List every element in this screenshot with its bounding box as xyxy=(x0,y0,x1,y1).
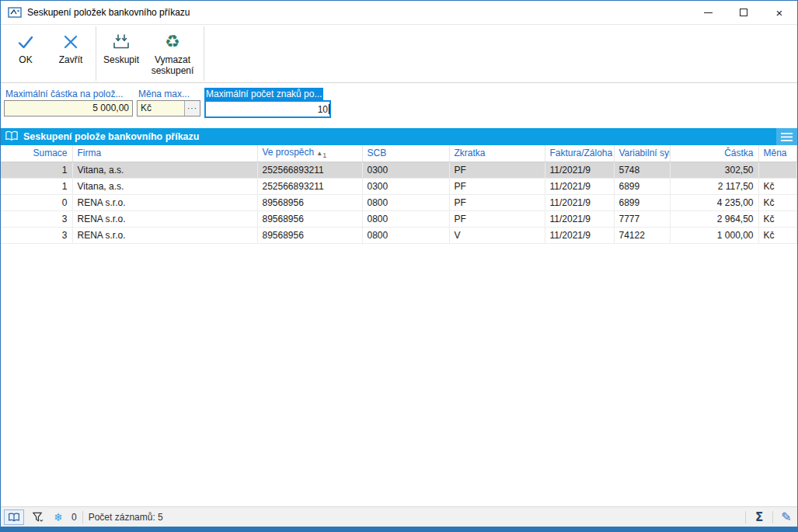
ok-button[interactable]: OK xyxy=(3,26,48,81)
toolbar: OK Zavřít Seskupit xyxy=(1,24,797,83)
column-header-4[interactable]: Zkratka xyxy=(449,145,545,162)
cell[interactable]: 302,50 xyxy=(670,162,758,178)
cell[interactable]: RENA s.r.o. xyxy=(72,210,257,227)
cell[interactable]: PF xyxy=(449,194,545,210)
column-header-1[interactable]: Firma xyxy=(72,145,257,162)
column-header-7[interactable]: Částka xyxy=(670,145,758,162)
column-header-2[interactable]: Ve prospěch▲1 xyxy=(257,145,362,162)
currency-field-group: Měna max... Kč ··· xyxy=(137,88,200,116)
close-button[interactable]: × xyxy=(761,1,797,24)
cell[interactable]: 2 964,50 xyxy=(670,210,758,227)
cell[interactable]: 4 235,00 xyxy=(670,194,758,210)
currency-input[interactable]: Kč xyxy=(138,101,184,116)
filter-button[interactable] xyxy=(30,509,45,525)
table-row[interactable]: 1Vitana, a.s.2525668932110300PF11/2021/9… xyxy=(1,162,797,178)
cell[interactable]: Kč xyxy=(758,178,797,194)
cell[interactable]: 2 117,50 xyxy=(670,178,758,194)
clear-grouping-button-label: Vymazat seskupení xyxy=(147,55,198,77)
ok-button-label: OK xyxy=(19,55,32,66)
column-header-0[interactable]: Sumace xyxy=(1,145,72,162)
sum-button[interactable]: Σ xyxy=(751,509,767,525)
cell[interactable]: 11/2021/9 xyxy=(545,162,614,178)
clear-grouping-button[interactable]: ♻ Vymazat seskupení xyxy=(144,26,201,81)
spacer xyxy=(1,122,797,128)
cell[interactable]: Vitana, a.s. xyxy=(72,178,257,194)
snowflake-icon[interactable]: ❄ xyxy=(51,509,66,525)
maximize-icon xyxy=(740,9,747,16)
max-chars-input[interactable]: 10 xyxy=(204,100,331,118)
status-bar: ❄ 0 Počet záznamů: 5 Σ ✎ xyxy=(1,506,797,527)
column-header-8[interactable]: Měna xyxy=(758,145,797,162)
max-amount-label: Maximální částka na polož... xyxy=(4,88,124,100)
cell[interactable]: 1 000,00 xyxy=(670,227,758,243)
cell[interactable]: 6899 xyxy=(614,178,670,194)
max-amount-input[interactable]: 5 000,00 xyxy=(4,100,133,116)
cell[interactable]: PF xyxy=(449,210,545,227)
maximize-button[interactable] xyxy=(726,1,761,24)
book-view-button[interactable] xyxy=(4,509,24,525)
recycle-icon: ♻ xyxy=(165,33,180,51)
table-row[interactable]: 1Vitana, a.s.2525668932110300PF11/2021/9… xyxy=(1,178,797,194)
cell[interactable] xyxy=(758,162,797,178)
window-title: Seskupení položek bankovního příkazu xyxy=(27,7,190,18)
statusbar-right: Σ ✎ xyxy=(745,509,794,525)
max-chars-label: Maximální počet znaků po... xyxy=(204,88,323,100)
group-items-icon xyxy=(112,33,131,51)
cell[interactable]: Vitana, a.s. xyxy=(72,162,257,178)
group-button[interactable]: Seskupit xyxy=(99,26,144,81)
max-chars-field-group: Maximální počet znaků po... 10 xyxy=(204,88,331,118)
cell[interactable]: Kč xyxy=(758,227,797,243)
cell[interactable]: 89568956 xyxy=(257,227,362,243)
currency-label: Měna max... xyxy=(137,88,191,100)
cell[interactable]: 7777 xyxy=(614,210,670,227)
book-icon-small xyxy=(8,513,20,522)
max-chars-value: 10 xyxy=(318,104,328,115)
cell[interactable]: PF xyxy=(449,162,545,178)
cell[interactable]: 0 xyxy=(1,194,72,210)
cell[interactable]: 1 xyxy=(1,162,72,178)
cell[interactable]: Kč xyxy=(758,210,797,227)
cell[interactable]: 0800 xyxy=(362,227,449,243)
cell[interactable]: 11/2021/9 xyxy=(545,178,614,194)
column-header-6[interactable]: Variabilní symb xyxy=(614,145,670,162)
sort-ascending-icon: ▲ xyxy=(316,150,322,157)
close-x-icon xyxy=(62,33,79,51)
cell[interactable]: 1 xyxy=(1,178,72,194)
cell[interactable]: 252566893211 xyxy=(257,178,362,194)
cell[interactable]: 0300 xyxy=(362,162,449,178)
cell[interactable]: 89568956 xyxy=(257,210,362,227)
cell[interactable]: 11/2021/9 xyxy=(545,194,614,210)
cell[interactable]: 3 xyxy=(1,210,72,227)
cell[interactable]: 0800 xyxy=(362,194,449,210)
cell[interactable]: 252566893211 xyxy=(257,162,362,178)
cell[interactable]: RENA s.r.o. xyxy=(72,227,257,243)
cell[interactable]: 0800 xyxy=(362,210,449,227)
currency-picker-button[interactable]: ··· xyxy=(184,101,200,116)
table-row[interactable]: 0RENA s.r.o.895689560800PF11/2021/968994… xyxy=(1,194,797,210)
cell[interactable]: PF xyxy=(449,178,545,194)
cell[interactable]: 6899 xyxy=(614,194,670,210)
cell[interactable]: V xyxy=(449,227,545,243)
column-header-5[interactable]: Faktura/Záloha xyxy=(545,145,614,162)
cell[interactable]: 11/2021/9 xyxy=(545,227,614,243)
statusbar-separator xyxy=(82,511,83,523)
edit-button[interactable]: ✎ xyxy=(779,509,794,525)
cell[interactable]: 74122 xyxy=(614,227,670,243)
cell[interactable]: 3 xyxy=(1,227,72,243)
cell[interactable]: RENA s.r.o. xyxy=(72,194,257,210)
column-header-3[interactable]: SCB xyxy=(362,145,449,162)
close-dialog-button-label: Zavřít xyxy=(59,55,83,66)
cell[interactable]: 11/2021/9 xyxy=(545,210,614,227)
cell[interactable]: Kč xyxy=(758,194,797,210)
cell[interactable]: 0300 xyxy=(362,178,449,194)
window-bottom-edge xyxy=(1,527,797,531)
frozen-count: 0 xyxy=(71,512,77,523)
cell[interactable]: 5748 xyxy=(614,162,670,178)
table-row[interactable]: 3RENA s.r.o.895689560800PF11/2021/977772… xyxy=(1,210,797,227)
cell[interactable]: 89568956 xyxy=(257,194,362,210)
close-dialog-button[interactable]: Zavřít xyxy=(48,26,93,81)
table-row[interactable]: 3RENA s.r.o.895689560800V11/2021/9741221… xyxy=(1,227,797,243)
minimize-button[interactable] xyxy=(690,1,726,24)
funnel-icon xyxy=(32,511,44,523)
grid-menu-button[interactable] xyxy=(776,128,797,145)
